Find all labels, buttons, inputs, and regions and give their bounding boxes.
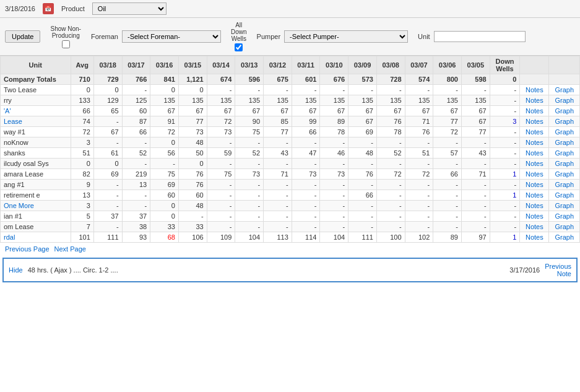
graph-link[interactable]: Graph [555,86,574,94]
foreman-select[interactable]: -Select Foreman- [122,30,221,43]
col-0307: 03/07 [405,56,433,74]
filter-bar: Update Show Non-Producing Foreman -Selec… [0,18,580,56]
notes-link[interactable]: Notes [526,181,543,188]
cell-value: - [376,137,405,148]
product-label: Product [61,5,85,12]
cell-value: - [405,180,433,190]
graph-link[interactable]: Graph [555,202,574,209]
graph-link[interactable]: Graph [555,212,574,220]
pumper-select[interactable]: -Select Pumper- [284,30,408,43]
notes-link[interactable]: Notes [526,233,543,241]
cell-value: - [461,137,490,148]
previous-page-link[interactable]: Previous Page [5,245,50,253]
graph-link[interactable]: Graph [555,107,574,115]
previous-note-link[interactable]: PreviousNote [545,263,571,277]
all-down-wells-checkbox[interactable] [235,43,243,51]
graph-link[interactable]: Graph [555,233,574,241]
cell-value: 0 [71,85,93,95]
graph-link[interactable]: Graph [555,118,574,125]
hide-button[interactable]: Hide [9,266,23,274]
graph-link[interactable]: Graph [555,97,574,104]
notes-link[interactable]: Notes [526,128,543,136]
table-row: ang #19-136976-----------NotesGraph [1,180,580,190]
cell-value: 74 [71,116,93,127]
cell-value: 47 [292,148,320,159]
graph-link[interactable]: Graph [555,170,574,178]
cell-value: 73 [178,127,207,137]
col-0316: 03/16 [150,56,179,74]
graph-link[interactable]: Graph [555,149,574,157]
notes-link[interactable]: Notes [526,86,543,94]
notes-link[interactable]: Notes [526,202,543,209]
cell-value: 51 [71,148,93,159]
cell-value: 101 [71,232,93,243]
cell-value: 82 [71,169,93,180]
notes-link[interactable]: Notes [526,118,543,125]
cell-value: 75 [207,169,235,180]
notes-link[interactable]: Notes [526,97,543,104]
cell-value: - [320,85,348,95]
graph-link[interactable]: Graph [555,223,574,230]
cell-value: 52 [376,148,405,159]
cell-value: - [264,190,292,201]
cell-value: 135 [178,95,207,106]
unit-input[interactable] [434,31,526,42]
update-button[interactable]: Update [5,30,40,43]
graph-link[interactable]: Graph [555,160,574,167]
cell-value: 0 [178,159,207,169]
notes-link[interactable]: Notes [526,107,543,115]
product-select[interactable]: Oil Gas Water [92,2,167,15]
cell-value: 114 [292,232,320,243]
cell-down-value: 1 [490,190,520,201]
cell-value: 76 [178,180,207,190]
cell-value: 66 [292,127,320,137]
cell-value: 104 [235,232,264,243]
cell-value: - [93,201,122,211]
graph-link[interactable]: Graph [555,191,574,199]
cell-value: - [490,222,520,232]
col-0308: 03/08 [376,56,405,74]
cell-value: 69 [348,127,377,137]
cell-value: - [376,190,405,201]
cell-value: - [461,201,490,211]
row-name-link[interactable]: rdal [4,233,15,241]
col-0312: 03/12 [264,56,292,74]
cell-value: - [264,85,292,95]
cell-value: 71 [405,116,433,127]
row-name-link[interactable]: One More [4,202,34,209]
cell-value: - [490,211,520,222]
row-name-link[interactable]: 'A' [4,107,11,115]
cell-value: 111 [93,232,122,243]
cell-value: 135 [348,95,377,106]
cell-value: - [461,85,490,95]
cell-value: - [93,116,122,127]
cell-value: 78 [320,127,348,137]
notes-link[interactable]: Notes [526,149,543,157]
note-text: 48 hrs. ( Ajax ) .... Circ. 1-2 .... [28,266,510,274]
row-name-link[interactable]: Lease [4,118,22,125]
notes-link[interactable]: Notes [526,223,543,230]
notes-link[interactable]: Notes [526,170,543,178]
graph-link[interactable]: Graph [555,128,574,136]
cell-value: 135 [292,95,320,106]
next-page-link[interactable]: Next Page [54,245,86,253]
cell-value: 1,121 [178,74,207,85]
graph-link[interactable]: Graph [555,139,574,146]
cell-value: 5 [71,211,93,222]
cell-value: - [348,211,377,222]
show-nonproducing-checkbox[interactable] [62,40,70,48]
cell-value: 37 [93,211,122,222]
calendar-icon[interactable]: 📅 [43,3,54,14]
cell-value: - [348,137,377,148]
cell-value: 72 [376,169,405,180]
notes-link[interactable]: Notes [526,160,543,167]
cell-value: 219 [122,169,150,180]
cell-value: 48 [348,148,377,159]
cell-value: 67 [150,106,179,116]
cell-value: 67 [207,106,235,116]
notes-link[interactable]: Notes [526,139,543,146]
notes-link[interactable]: Notes [526,191,543,199]
cell-value: 48 [178,201,207,211]
graph-link[interactable]: Graph [555,181,574,188]
notes-link[interactable]: Notes [526,212,543,220]
